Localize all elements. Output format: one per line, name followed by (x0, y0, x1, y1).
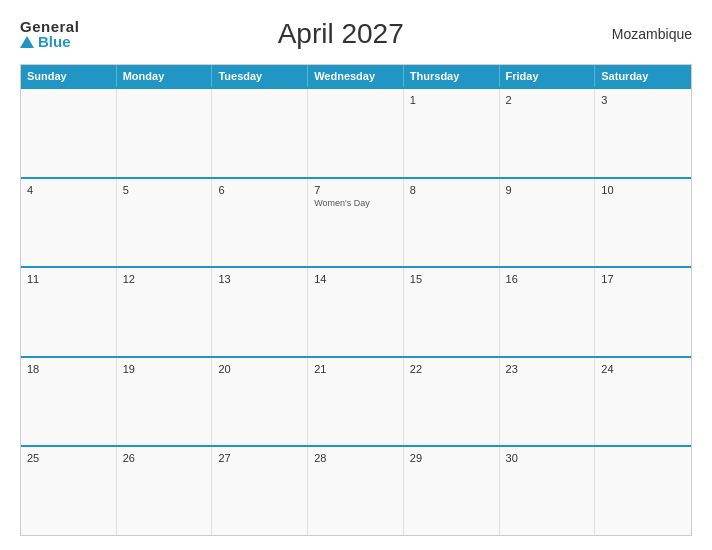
day-cell: 29 (404, 447, 500, 535)
day-cell: 6 (212, 179, 308, 267)
day-cell: 19 (117, 358, 213, 446)
day-number: 7 (314, 184, 397, 196)
day-cell (212, 89, 308, 177)
day-header-friday: Friday (500, 65, 596, 87)
day-cell: 30 (500, 447, 596, 535)
day-number: 28 (314, 452, 397, 464)
day-number: 29 (410, 452, 493, 464)
day-number: 14 (314, 273, 397, 285)
day-number: 17 (601, 273, 685, 285)
week-row-2: 4567Women's Day8910 (21, 177, 691, 267)
day-header-sunday: Sunday (21, 65, 117, 87)
day-number: 26 (123, 452, 206, 464)
day-cell: 16 (500, 268, 596, 356)
day-number: 11 (27, 273, 110, 285)
day-cell: 17 (595, 268, 691, 356)
day-cell: 7Women's Day (308, 179, 404, 267)
day-header-tuesday: Tuesday (212, 65, 308, 87)
week-row-5: 252627282930 (21, 445, 691, 535)
day-cell: 3 (595, 89, 691, 177)
week-row-4: 18192021222324 (21, 356, 691, 446)
day-cell: 5 (117, 179, 213, 267)
logo-triangle-icon (20, 36, 34, 48)
day-cell: 1 (404, 89, 500, 177)
day-cell: 8 (404, 179, 500, 267)
calendar-title: April 2027 (79, 18, 602, 50)
day-number: 13 (218, 273, 301, 285)
weeks: 1234567Women's Day8910111213141516171819… (21, 87, 691, 535)
day-number: 1 (410, 94, 493, 106)
day-number: 25 (27, 452, 110, 464)
day-header-thursday: Thursday (404, 65, 500, 87)
day-header-wednesday: Wednesday (308, 65, 404, 87)
day-cell: 10 (595, 179, 691, 267)
day-number: 4 (27, 184, 110, 196)
day-number: 12 (123, 273, 206, 285)
day-cell: 14 (308, 268, 404, 356)
day-number: 18 (27, 363, 110, 375)
day-cell (595, 447, 691, 535)
day-number: 19 (123, 363, 206, 375)
day-number: 15 (410, 273, 493, 285)
day-header-monday: Monday (117, 65, 213, 87)
day-cell: 21 (308, 358, 404, 446)
calendar: SundayMondayTuesdayWednesdayThursdayFrid… (20, 64, 692, 536)
day-cell: 22 (404, 358, 500, 446)
day-cell: 28 (308, 447, 404, 535)
day-cell: 20 (212, 358, 308, 446)
day-cell: 18 (21, 358, 117, 446)
holiday-name: Women's Day (314, 198, 397, 209)
logo-general-text: General (20, 19, 79, 34)
calendar-page: General Blue April 2027 Mozambique Sunda… (0, 0, 712, 550)
day-number: 16 (506, 273, 589, 285)
day-number: 30 (506, 452, 589, 464)
day-number: 3 (601, 94, 685, 106)
day-number: 8 (410, 184, 493, 196)
day-cell (21, 89, 117, 177)
day-cell: 27 (212, 447, 308, 535)
day-number: 6 (218, 184, 301, 196)
day-number: 27 (218, 452, 301, 464)
day-cell: 9 (500, 179, 596, 267)
logo-blue-text: Blue (38, 34, 71, 49)
logo-blue-row: Blue (20, 34, 71, 49)
day-cell: 11 (21, 268, 117, 356)
week-row-3: 11121314151617 (21, 266, 691, 356)
day-number: 10 (601, 184, 685, 196)
logo: General Blue (20, 19, 79, 49)
day-number: 5 (123, 184, 206, 196)
header: General Blue April 2027 Mozambique (20, 18, 692, 50)
day-cell: 12 (117, 268, 213, 356)
day-headers: SundayMondayTuesdayWednesdayThursdayFrid… (21, 65, 691, 87)
day-cell: 4 (21, 179, 117, 267)
day-cell: 24 (595, 358, 691, 446)
day-cell: 23 (500, 358, 596, 446)
day-number: 21 (314, 363, 397, 375)
country-name: Mozambique (602, 26, 692, 42)
day-cell (117, 89, 213, 177)
day-header-saturday: Saturday (595, 65, 691, 87)
day-cell: 15 (404, 268, 500, 356)
week-row-1: 123 (21, 87, 691, 177)
day-number: 2 (506, 94, 589, 106)
day-number: 22 (410, 363, 493, 375)
day-cell: 2 (500, 89, 596, 177)
day-cell: 25 (21, 447, 117, 535)
day-cell: 13 (212, 268, 308, 356)
day-number: 24 (601, 363, 685, 375)
day-cell (308, 89, 404, 177)
day-number: 20 (218, 363, 301, 375)
day-cell: 26 (117, 447, 213, 535)
day-number: 23 (506, 363, 589, 375)
day-number: 9 (506, 184, 589, 196)
